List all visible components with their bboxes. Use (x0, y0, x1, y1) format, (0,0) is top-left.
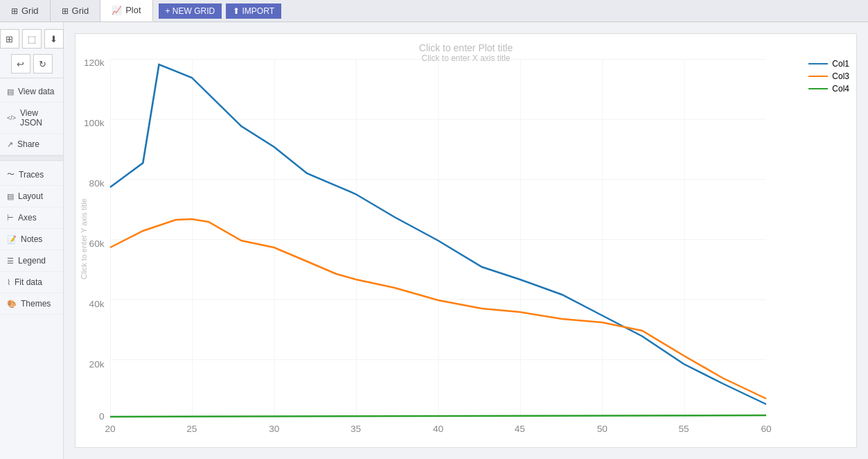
tab-grid-2[interactable]: ⊞ Grid (51, 0, 101, 21)
view-json-label: View JSON (20, 108, 56, 128)
svg-text:40k: 40k (89, 299, 105, 309)
sidebar-item-fit-data[interactable]: ⌇ Fit data (0, 272, 63, 293)
download-icon-btn[interactable]: ⬇ (44, 29, 64, 49)
notes-icon: 📝 (7, 235, 17, 244)
chart-title[interactable]: Click to enter Plot title (76, 34, 856, 53)
sidebar-item-notes[interactable]: 📝 Notes (0, 229, 63, 250)
axes-icon: ⊢ (7, 214, 14, 223)
legend-item-col4: Col4 (808, 84, 849, 94)
svg-rect-0 (110, 59, 766, 419)
legend-label-col3: Col3 (832, 71, 849, 81)
import-button[interactable]: ⬆ IMPORT (226, 3, 281, 19)
plot-icon: 📈 (112, 6, 122, 15)
tab-grid-1[interactable]: ⊞ Grid (0, 0, 51, 21)
tab-grid-1-label: Grid (21, 6, 39, 16)
legend-line-col1 (808, 63, 828, 64)
legend-label: Legend (18, 256, 46, 266)
traces-label: Traces (19, 170, 44, 180)
fit-data-icon: ⌇ (7, 278, 10, 287)
grid-icon-2: ⊞ (62, 6, 69, 16)
sidebar-item-axes[interactable]: ⊢ Axes (0, 207, 63, 229)
notes-label: Notes (21, 234, 42, 244)
sidebar-menu-top: ▤ View data </> View JSON ↗ Share (0, 81, 63, 155)
chart-inner: 120k 100k 80k 60k 40k 20k 0 20 25 30 35 … (110, 59, 766, 419)
tab-bar: ⊞ Grid ⊞ Grid 📈 Plot + NEW GRID ⬆ IMPORT (0, 0, 868, 22)
svg-text:0: 0 (99, 411, 105, 422)
svg-text:120k: 120k (84, 58, 105, 68)
tab-grid-2-label: Grid (72, 6, 89, 16)
svg-text:20k: 20k (89, 359, 105, 370)
duplicate-icon-btn[interactable]: ⬚ (22, 29, 42, 49)
chart-container: Click to enter Plot title Click to enter… (75, 33, 857, 448)
legend-line-col4 (808, 88, 828, 89)
sidebar-item-view-json[interactable]: </> View JSON (0, 103, 63, 134)
legend-line-col3 (808, 76, 828, 77)
themes-icon: 🎨 (7, 300, 17, 309)
legend-icon: ☰ (7, 257, 14, 266)
fit-data-label: Fit data (15, 277, 42, 287)
svg-text:40: 40 (433, 424, 443, 434)
legend-item-col1: Col1 (808, 59, 849, 69)
view-data-icon: ▤ (7, 87, 14, 96)
svg-text:25: 25 (186, 424, 197, 434)
sidebar-item-view-data[interactable]: ▤ View data (0, 81, 63, 103)
sidebar-item-layout[interactable]: ▤ Layout (0, 186, 63, 207)
tab-actions: + NEW GRID ⬆ IMPORT (159, 3, 281, 19)
sidebar-item-traces[interactable]: 〜 Traces (0, 164, 63, 186)
chart-legend: Col1 Col3 Col4 (808, 59, 849, 94)
sidebar-item-legend[interactable]: ☰ Legend (0, 250, 63, 272)
sidebar-menu-plot: 〜 Traces ▤ Layout ⊢ Axes 📝 Notes ☰ Legen… (0, 164, 63, 315)
legend-label-col4: Col4 (832, 84, 849, 94)
sidebar-item-themes[interactable]: 🎨 Themes (0, 293, 63, 315)
sidebar: ⊞ ⬚ ⬇ ↩ ↻ ▤ View data </> View JSON ↗ Sh… (0, 22, 64, 459)
svg-text:35: 35 (351, 424, 361, 434)
tab-plot[interactable]: 📈 Plot (100, 0, 152, 21)
sidebar-item-share[interactable]: ↗ Share (0, 134, 63, 155)
chart-area: Click to enter Plot title Click to enter… (64, 22, 868, 459)
legend-item-col3: Col3 (808, 71, 849, 81)
layout-label: Layout (18, 191, 43, 201)
view-data-label: View data (18, 87, 54, 96)
main-layout: ⊞ ⬚ ⬇ ↩ ↻ ▤ View data </> View JSON ↗ Sh… (0, 22, 868, 459)
table-icon-btn[interactable]: ⊞ (0, 29, 19, 49)
undo-icon-btn[interactable]: ↩ (11, 54, 30, 73)
sidebar-divider (0, 155, 63, 161)
share-icon: ↗ (7, 140, 13, 149)
share-label: Share (17, 139, 39, 149)
svg-text:55: 55 (678, 424, 689, 434)
svg-text:45: 45 (515, 424, 525, 434)
svg-text:60: 60 (761, 424, 771, 434)
legend-label-col1: Col1 (832, 59, 849, 69)
sidebar-row-2: ↩ ↻ (7, 51, 57, 73)
sidebar-top-icons: ⊞ ⬚ ⬇ ↩ ↻ (0, 22, 63, 78)
redo-icon-btn[interactable]: ↻ (33, 54, 53, 73)
tab-plot-label: Plot (125, 5, 141, 15)
grid-icon-1: ⊞ (11, 6, 18, 16)
svg-text:20: 20 (105, 424, 115, 434)
new-grid-button[interactable]: + NEW GRID (159, 3, 222, 19)
traces-icon: 〜 (7, 169, 15, 180)
svg-text:50: 50 (597, 424, 608, 434)
chart-svg: 120k 100k 80k 60k 40k 20k 0 20 25 30 35 … (110, 59, 766, 419)
axes-label: Axes (18, 213, 37, 223)
svg-text:60k: 60k (89, 239, 105, 249)
sidebar-row-1: ⊞ ⬚ ⬇ (0, 26, 68, 49)
themes-label: Themes (21, 299, 51, 309)
svg-text:100k: 100k (84, 118, 105, 128)
layout-icon: ▤ (7, 192, 14, 201)
svg-text:30: 30 (269, 424, 279, 434)
view-json-icon: </> (7, 114, 16, 121)
svg-text:80k: 80k (89, 178, 105, 189)
